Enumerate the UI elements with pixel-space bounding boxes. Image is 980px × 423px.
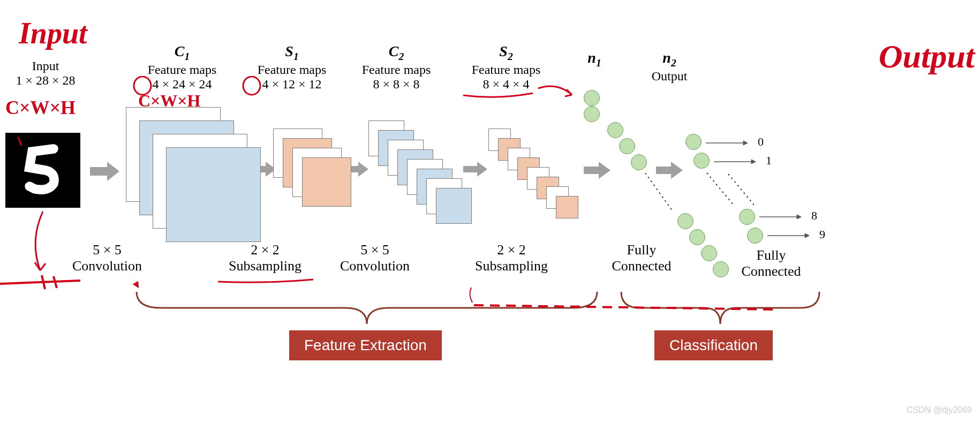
s1-symbol: S1 xyxy=(238,43,345,63)
n2-symbol: n2 xyxy=(643,49,696,69)
output-1: 1 xyxy=(766,154,772,168)
output-arrow xyxy=(767,233,813,238)
c2-header: C2 Feature maps 8 × 8 × 8 xyxy=(343,43,450,92)
handwritten-cxwxh-1: C×W×H xyxy=(5,96,76,119)
output-arrow xyxy=(714,159,759,164)
n1-header: n1 xyxy=(578,49,610,69)
red-dashed-line xyxy=(471,300,782,316)
fc1-label: Fully Connected xyxy=(604,242,679,274)
conv2-label: 5 × 5Convolution xyxy=(329,242,420,274)
output-9: 9 xyxy=(819,228,825,241)
s2-symbol: S2 xyxy=(453,43,560,63)
s2-title: Feature maps xyxy=(453,63,560,77)
input-title: Input xyxy=(8,59,83,73)
c2-title: Feature maps xyxy=(343,63,450,77)
handwritten-output: Output xyxy=(879,37,975,75)
arrow-icon xyxy=(90,161,119,182)
phase-feature-extraction: Feature Extraction xyxy=(289,330,442,360)
n2-title: Output xyxy=(643,69,696,84)
input-dim: 1 × 28 × 28 xyxy=(8,73,83,88)
output-0: 0 xyxy=(758,135,764,149)
arrow-icon xyxy=(463,161,487,178)
output-arrow xyxy=(759,214,805,220)
tick-mark xyxy=(17,136,25,147)
fc2-label: Fully Connected xyxy=(734,247,809,280)
c2-symbol: C2 xyxy=(343,43,450,63)
s1-title: Feature maps xyxy=(238,63,345,77)
red-line-bottom-left xyxy=(0,274,86,290)
n2-header: n2 Output xyxy=(643,49,696,84)
circle-annotation-s1 xyxy=(242,76,263,97)
ellipsis-icon xyxy=(643,170,675,213)
cursor-icon xyxy=(133,281,141,290)
svg-line-2 xyxy=(645,173,672,210)
c1-symbol: C1 xyxy=(129,43,236,63)
svg-point-1 xyxy=(243,77,260,95)
c2-dim: 8 × 8 × 8 xyxy=(343,77,450,92)
arrow-icon xyxy=(584,161,610,180)
watermark: CSDN @djy2069 xyxy=(907,405,972,415)
arrow-annotation xyxy=(536,83,578,104)
underline-s2 xyxy=(461,90,536,101)
c1-title: Feature maps xyxy=(129,63,236,77)
output-arrow xyxy=(706,140,751,146)
output-8: 8 xyxy=(811,209,817,223)
ellipsis-icon xyxy=(726,171,758,209)
curved-arrow-down xyxy=(27,209,59,278)
input-header: Input 1 × 28 × 28 xyxy=(8,59,83,88)
input-image xyxy=(5,133,80,208)
phase-classification: Classification xyxy=(654,330,773,360)
digit-five-icon xyxy=(5,133,80,208)
conv1-label: 5 × 5Convolution xyxy=(62,242,153,274)
sub1-label: 2 × 2Subsampling xyxy=(220,242,311,274)
svg-line-6 xyxy=(728,174,755,206)
handwritten-input: Input xyxy=(19,16,87,50)
n1-symbol: n1 xyxy=(578,49,610,69)
underline-subsampling xyxy=(217,277,316,285)
sub2-label: 2 × 2Subsampling xyxy=(466,242,557,274)
